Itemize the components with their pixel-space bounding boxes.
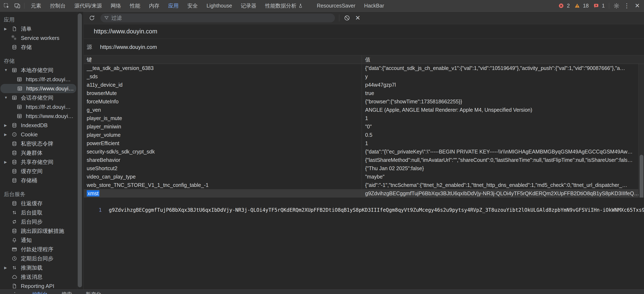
sidebar-item-periodic-background-sync[interactable]: 定期后台同步 [0,254,77,263]
settings-gear-icon[interactable] [613,3,620,9]
table-row[interactable]: player_is_mute1 [84,114,644,122]
delete-selected-icon[interactable]: ✕ [355,15,360,21]
tab-sources[interactable]: 源代码/来源 [70,0,106,12]
sidebar-item-local-storage[interactable]: ▼ 本地存储空间 [0,66,77,75]
sidebar-item-interest-groups[interactable]: 兴趣群体 [0,148,77,158]
sidebar-item-background-fetch[interactable]: 后台提取 [0,208,77,217]
sidebar-item-back-forward-cache[interactable]: 往返缓存 [0,199,77,208]
sidebar-item-indexeddb[interactable]: ▶ IndexedDB [0,121,77,130]
more-options-icon[interactable]: ⋮ [624,3,630,9]
sidebar-item-reporting-api[interactable]: Reporting API [0,281,77,289]
tab-memory[interactable]: 内存 [145,0,164,12]
value-preview-pane[interactable]: 1 g9ZdvihzgBECggmfTujP6BbXqx3BJtU6qxIbDd… [84,198,644,289]
cookie-icon [12,132,17,137]
funnel-icon [104,15,109,21]
sidebar-item-payment-handler[interactable]: 付款处理程序 [0,245,77,254]
table-row[interactable]: security-sdk/s_sdk_crypt_sdk{"data":"{\"… [84,148,644,156]
tab-performance-insights[interactable]: 性能数据分析 [261,0,308,12]
panel-tabs: 元素 控制台 源代码/来源 网络 性能 内存 应用 安全 Lighthouse … [26,0,388,12]
toolbar-divider [24,3,24,9]
table-row[interactable]: g_venANGLE (Apple, ANGLE Metal Renderer:… [84,106,644,114]
sidebar-scrollbar-thumb[interactable] [78,13,82,287]
sidebar-item-cookies[interactable]: ▶ Cookie [0,130,77,139]
sidebar-item-speculative-loads[interactable]: ▶ 推测加载 [0,263,77,272]
sidebar-scrollbar-track[interactable] [77,12,83,289]
clear-storage-icon[interactable] [344,15,350,21]
sidebar-item-session-storage-lf-zt[interactable]: https://lf-zt.douyi… [0,102,77,111]
sidebar-item-private-state-tokens[interactable]: 私密状态令牌 [0,139,77,148]
table-row[interactable]: powerEfficient1 [84,139,644,148]
table-row[interactable]: player_miniwin"0" [84,122,644,131]
inspect-element-icon[interactable] [3,3,10,9]
tab-network[interactable]: 网络 [106,0,126,12]
table-row[interactable]: a11y_device_idp44w47gzp7l [84,81,644,89]
tab-elements[interactable]: 元素 [26,0,46,12]
origin-title: https://www.douyin.com [94,28,157,35]
sidebar-item-cache-storage[interactable]: 缓存空间 [0,167,77,176]
expand-arrow-icon[interactable]: ▶ [4,160,7,164]
sidebar-item-session-storage-www-douyin[interactable]: https://www.douyi… [0,111,77,121]
table-row[interactable]: web_store_TNC_STORE_V1_1_tnc_config_tabl… [84,181,644,189]
sidebar-item-session-storage[interactable]: ▼ 会话存储空间 [0,93,77,102]
preview-line: 1 g9ZdvihzgBECggmfTujP6BbXqx3BJtU6qxIbDd… [84,207,644,213]
drawer-tab-search[interactable]: 搜索 [62,289,72,294]
sidebar-item-push-messaging[interactable]: 推送消息 [0,272,77,281]
sidebar-item-bounce-tracking-mitigations[interactable]: 跳出跟踪缓解措施 [0,226,77,236]
storage-items-table: 键 值 __tea_sdk_ab_version_6383{"data":{"a… [84,55,644,198]
sidebar-item-storage[interactable]: 存储 [0,43,77,52]
clock-icon [12,256,17,261]
refresh-icon[interactable] [89,15,95,21]
tab-security[interactable]: 安全 [183,0,202,12]
value-column-header[interactable]: 值 [362,55,644,64]
table-row-selected[interactable]: xmst g9ZdvihzgBECggmfTujP6BbXqx3BJtU6qxI… [84,189,644,198]
sidebar-item-service-workers[interactable]: Service workers [0,33,77,43]
table-row[interactable]: shareBehavior{"lastShareMethod":null,"im… [84,156,644,164]
tab-resources-saver[interactable]: ResourcesSaver [312,0,360,12]
drawer-tab-changes[interactable]: 新变化 [86,289,101,294]
source-row: 源 https://www.douyin.com [84,39,644,55]
sidebar-item-local-storage-lf-zt[interactable]: https://lf-zt.douyi… [0,75,77,84]
error-count[interactable]: 2 [567,3,570,9]
tab-application[interactable]: 应用 [164,0,183,12]
warning-count[interactable]: 18 [583,3,589,9]
table-row[interactable]: useShortcut2{"Thu Jan 02 2025":false} [84,164,644,173]
expand-arrow-icon[interactable]: ▶ [4,132,7,137]
table-row[interactable]: __tea_sdk_ab_version_6383{"data":{"accou… [84,64,644,72]
close-devtools-icon[interactable]: ✕ [635,3,640,9]
table-row[interactable]: browserMutetrue [84,89,644,97]
expand-arrow-icon[interactable]: ▶ [4,266,7,270]
error-icon[interactable] [558,3,564,9]
table-row[interactable]: _sdsy [84,72,644,81]
application-sidebar: 应用 ▶ 清单 Service workers 存储 存储 ▼ 本地存储空间 h… [0,12,84,289]
drawer-menu-icon[interactable]: ⋮ [12,289,18,294]
table-scrollbar-track[interactable] [638,64,644,198]
sidebar-item-shared-storage[interactable]: ▶ 共享存储空间 [0,158,77,167]
preview-content[interactable]: g9ZdvihzgBECggmfTujP6BbXqx3BJtU6qxIbDdVj… [109,207,644,213]
table-row[interactable]: player_volume0.5 [84,131,644,139]
sidebar-item-notifications[interactable]: 通知 [0,236,77,245]
sidebar-item-manifest[interactable]: ▶ 清单 [0,24,77,33]
expand-arrow-icon[interactable]: ▶ [4,123,7,127]
filter-input[interactable]: 过滤 [100,14,335,22]
drawer-tab-console[interactable]: 控制台 [32,289,48,294]
tab-lighthouse[interactable]: Lighthouse [202,0,236,12]
collapse-arrow-icon[interactable]: ▼ [4,96,8,100]
tab-hackbar[interactable]: HackBar [360,0,388,12]
warning-icon[interactable] [574,3,580,9]
table-row[interactable]: forceMuteInfo{"browser":{"showTime":1735… [84,97,644,106]
issues-count[interactable]: 1 [602,3,605,9]
sidebar-item-background-sync[interactable]: 后台同步 [0,217,77,226]
sidebar-item-local-storage-www-douyin[interactable]: https://www.douyi… [0,84,76,93]
selected-key-highlight[interactable]: xmst [87,190,100,197]
collapse-arrow-icon[interactable]: ▼ [4,68,8,72]
gears-icon [12,35,17,41]
sidebar-item-storage-buckets[interactable]: 存储桶 [0,176,77,185]
tab-console[interactable]: 控制台 [46,0,70,12]
expand-arrow-icon[interactable]: ▶ [4,27,7,31]
table-row[interactable]: video_can_play_type"maybe" [84,173,644,181]
issues-icon[interactable] [593,3,599,9]
tab-performance[interactable]: 性能 [126,0,145,12]
tab-recorder[interactable]: 记录器 [236,0,261,12]
device-toolbar-icon[interactable] [14,3,20,9]
key-column-header[interactable]: 键 [84,55,362,64]
